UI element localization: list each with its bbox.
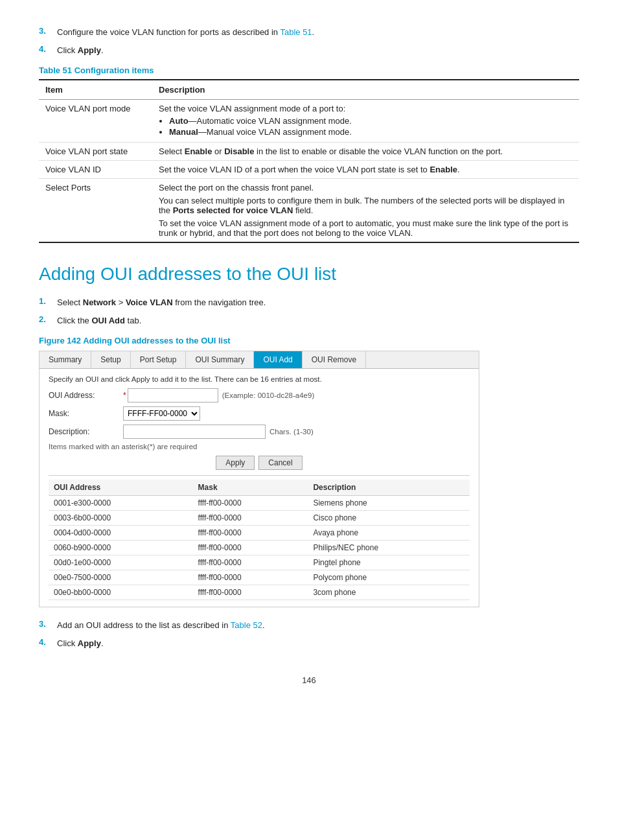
- table-row: 00e0-bb00-0000ffff-ff00-00003com phone: [49, 585, 470, 600]
- table52-link[interactable]: Table 52: [231, 620, 262, 630]
- table-row: Select Ports Select the port on the chas…: [39, 179, 579, 243]
- step-num-3-top: 3.: [39, 26, 57, 36]
- step-text-4-top: Click Apply.: [57, 44, 104, 57]
- form-note: Specify an OUI and click Apply to add it…: [49, 375, 470, 383]
- mask-label: Mask:: [49, 409, 123, 418]
- desc-select-ports: Select the port on the chassis front pan…: [152, 179, 579, 243]
- oui-address-cell: 0001-e300-0000: [49, 496, 193, 511]
- item-voice-port-state: Voice VLAN port state: [39, 143, 152, 161]
- oui-col-mask: Mask: [193, 480, 308, 496]
- desc-voice-vlan-id: Set the voice VLAN ID of a port when the…: [152, 161, 579, 179]
- apply-button[interactable]: Apply: [216, 456, 255, 470]
- tab-bar: Summary Setup Port Setup OUI Summary OUI…: [40, 351, 479, 369]
- desc-cell: Polycom phone: [308, 570, 470, 585]
- divider: [49, 475, 470, 476]
- step-3-top: 3. Configure the voice VLAN function for…: [39, 26, 579, 39]
- tab-oui-add[interactable]: OUI Add: [254, 351, 302, 368]
- mask-row: Mask: FFFF-FF00-0000: [49, 406, 470, 421]
- step-text-4-bot: Click Apply.: [57, 637, 104, 650]
- section-heading: Adding OUI addresses to the OUI list: [39, 264, 579, 285]
- steps-middle: 1. Select Network > Voice VLAN from the …: [39, 296, 579, 327]
- desc-cell: Pingtel phone: [308, 555, 470, 570]
- bullet-list-port-mode: Auto—Automatic voice VLAN assignment mod…: [159, 116, 573, 137]
- item-select-ports: Select Ports: [39, 179, 152, 243]
- table-row: 0001-e300-0000ffff-ff00-0000Siemens phon…: [49, 496, 470, 511]
- tab-summary[interactable]: Summary: [40, 351, 91, 368]
- oui-address-label: OUI Address:: [49, 391, 123, 400]
- steps-bottom: 3. Add an OUI address to the list as des…: [39, 619, 579, 649]
- table-row: 0004-0d00-0000ffff-ff00-0000Avaya phone: [49, 526, 470, 541]
- step-text-1-mid: Select Network > Voice VLAN from the nav…: [57, 296, 266, 309]
- bullet-auto: Auto—Automatic voice VLAN assignment mod…: [169, 116, 573, 126]
- table51-caption: Table 51 Configuration items: [39, 65, 579, 75]
- required-note: Items marked with an asterisk(*) are req…: [49, 443, 470, 450]
- tab-port-setup[interactable]: Port Setup: [131, 351, 187, 368]
- step-text-2-mid: Click the OUI Add tab.: [57, 314, 141, 327]
- page-number: 146: [39, 675, 579, 685]
- table-row: Voice VLAN port state Select Enable or D…: [39, 143, 579, 161]
- desc-voice-port-state: Select Enable or Disable in the list to …: [152, 143, 579, 161]
- oui-col-desc: Description: [308, 480, 470, 496]
- oui-address-cell: 0060-b900-0000: [49, 541, 193, 555]
- desc-cell: Avaya phone: [308, 526, 470, 541]
- figure-caption: Figure 142 Adding OUI addresses to the O…: [39, 336, 579, 345]
- oui-table: OUI Address Mask Description 0001-e300-0…: [49, 480, 470, 600]
- cancel-button[interactable]: Cancel: [258, 456, 302, 470]
- mask-cell: ffff-ff00-0000: [193, 541, 308, 555]
- oui-address-cell: 0003-6b00-0000: [49, 511, 193, 526]
- table-row: 0003-6b00-0000ffff-ff00-0000Cisco phone: [49, 511, 470, 526]
- apply-bold-top: Apply: [78, 45, 101, 55]
- ui-mockup: Summary Setup Port Setup OUI Summary OUI…: [39, 351, 479, 607]
- oui-hint: (Example: 0010-dc28-a4e9): [222, 391, 315, 399]
- mask-cell: ffff-ff00-0000: [193, 496, 308, 511]
- step-text-3-bot: Add an OUI address to the list as descri…: [57, 619, 265, 632]
- mask-cell: ffff-ff00-0000: [193, 526, 308, 541]
- form-buttons: Apply Cancel: [49, 456, 470, 470]
- oui-asterisk: *: [123, 391, 126, 400]
- desc-voice-port-mode: Set the voice VLAN assignment mode of a …: [152, 100, 579, 143]
- oui-address-input[interactable]: [128, 388, 218, 402]
- item-voice-port-mode: Voice VLAN port mode: [39, 100, 152, 143]
- tab-oui-remove[interactable]: OUI Remove: [303, 351, 366, 368]
- oui-col-address: OUI Address: [49, 480, 193, 496]
- col-item: Item: [39, 80, 152, 100]
- steps-top: 3. Configure the voice VLAN function for…: [39, 26, 579, 56]
- col-description: Description: [152, 80, 579, 100]
- oui-address-cell: 0004-0d00-0000: [49, 526, 193, 541]
- mask-cell: ffff-ff00-0000: [193, 511, 308, 526]
- tab-setup[interactable]: Setup: [91, 351, 130, 368]
- item-voice-vlan-id: Voice VLAN ID: [39, 161, 152, 179]
- form-area: Specify an OUI and click Apply to add it…: [40, 369, 479, 607]
- tab-oui-summary[interactable]: OUI Summary: [186, 351, 254, 368]
- step-2-mid: 2. Click the OUI Add tab.: [39, 314, 579, 327]
- oui-address-row: OUI Address: * (Example: 0010-dc28-a4e9): [49, 388, 470, 402]
- table-row: 00d0-1e00-0000ffff-ff00-0000Pingtel phon…: [49, 555, 470, 570]
- step-4-top: 4. Click Apply.: [39, 44, 579, 57]
- description-row: Description: Chars. (1-30): [49, 425, 470, 439]
- voice-vlan-bold: Voice VLAN: [126, 298, 173, 307]
- config-table: Item Description Voice VLAN port mode Se…: [39, 79, 579, 243]
- mask-select[interactable]: FFFF-FF00-0000: [123, 406, 200, 421]
- step-num-4-top: 4.: [39, 44, 57, 54]
- network-bold: Network: [83, 298, 116, 307]
- description-input[interactable]: [123, 425, 266, 439]
- desc-cell: Philips/NEC phone: [308, 541, 470, 555]
- table51-link[interactable]: Table 51: [280, 27, 312, 37]
- oui-address-cell: 00e0-7500-0000: [49, 570, 193, 585]
- step-num-4-bot: 4.: [39, 637, 57, 647]
- step-num-3-bot: 3.: [39, 619, 57, 629]
- desc-hint: Chars. (1-30): [269, 428, 314, 436]
- table-row: Voice VLAN port mode Set the voice VLAN …: [39, 100, 579, 143]
- step-num-2-mid: 2.: [39, 314, 57, 324]
- oui-address-cell: 00d0-1e00-0000: [49, 555, 193, 570]
- table-row: 0060-b900-0000ffff-ff00-0000Philips/NEC …: [49, 541, 470, 555]
- oui-address-cell: 00e0-bb00-0000: [49, 585, 193, 600]
- step-num-1-mid: 1.: [39, 296, 57, 306]
- oui-add-bold: OUI Add: [91, 316, 125, 325]
- step-text-3-top: Configure the voice VLAN function for po…: [57, 26, 314, 39]
- description-label: Description:: [49, 427, 123, 436]
- bullet-manual: Manual—Manual voice VLAN assignment mode…: [169, 127, 573, 137]
- desc-cell: Siemens phone: [308, 496, 470, 511]
- table-row: Voice VLAN ID Set the voice VLAN ID of a…: [39, 161, 579, 179]
- mask-cell: ffff-ff00-0000: [193, 555, 308, 570]
